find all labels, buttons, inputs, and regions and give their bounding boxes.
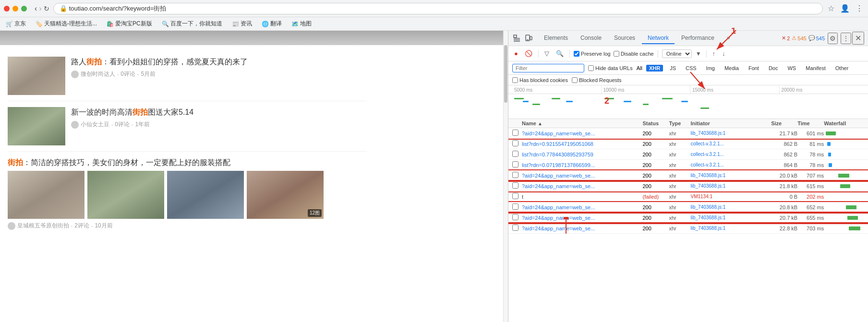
filter-type-xhr[interactable]: XHR — [646, 65, 663, 72]
bookmark-tianmao[interactable]: 🏷️ 天猫精选-理想生活... — [34, 19, 99, 29]
tab-network[interactable]: Network — [642, 33, 675, 44]
cell-size: 20.8 kB — [771, 204, 797, 210]
record-button[interactable]: ● — [512, 49, 520, 58]
row-checkbox[interactable] — [512, 203, 518, 210]
blocked-cookies-checkbox[interactable]: Has blocked cookies — [512, 77, 568, 83]
devtools-more-button[interactable]: ⋮ — [841, 33, 851, 44]
table-row[interactable]: list?rdn=0.071987137866599... 200 xhr co… — [508, 160, 868, 170]
table-row[interactable]: t (failed) xhr VM1134:1 0 B 202 ms — [508, 191, 868, 202]
disable-cache-input[interactable] — [614, 51, 619, 57]
filter-type-manifest[interactable]: Manifest — [803, 65, 829, 72]
filter-type-img[interactable]: Img — [703, 65, 718, 72]
filter-type-ws[interactable]: WS — [784, 65, 799, 72]
zixun-icon: 📰 — [232, 21, 239, 27]
bookmark-baidu[interactable]: 🔍 百度一下，你就知道 — [160, 19, 224, 29]
header-initiator[interactable]: Initiator — [691, 120, 772, 126]
inspect-element-icon[interactable] — [512, 34, 522, 43]
header-time[interactable]: Time — [797, 120, 824, 126]
devtools-close-button[interactable]: ✕ — [852, 32, 864, 45]
filter-type-js[interactable]: JS — [667, 65, 679, 72]
header-status[interactable]: Status — [643, 120, 669, 126]
article-item-1[interactable]: 路人街拍：看到小姐姐们的穿搭，感觉夏天真的来了 微创时尚达人 · 0评论 · 5… — [8, 51, 367, 101]
filter-all-label[interactable]: All — [637, 65, 642, 71]
filter-type-other[interactable]: Other — [832, 65, 852, 72]
filter-type-media[interactable]: Media — [722, 65, 742, 72]
import-button[interactable]: ↑ — [711, 49, 718, 58]
row-checkbox[interactable] — [512, 182, 518, 189]
error-badge: ✕ 2 — [782, 35, 790, 41]
bookmark-fanyi[interactable]: 🌐 翻译 — [260, 19, 284, 29]
row-checkbox[interactable] — [512, 161, 518, 167]
bookmark-aitaobao[interactable]: 🛍️ 爱淘宝PC新版 — [105, 19, 154, 29]
blocked-requests-checkbox[interactable]: Blocked Requests — [572, 77, 622, 83]
row-checkbox[interactable] — [512, 172, 518, 178]
filter-type-font[interactable]: Font — [746, 65, 762, 72]
preserve-log-checkbox[interactable]: Preserve log — [574, 51, 611, 57]
row-checkbox[interactable] — [512, 140, 518, 146]
row-checkbox[interactable] — [512, 193, 518, 199]
table-row[interactable]: list?rdn=0.7784430895293759 200 xhr coll… — [508, 149, 868, 160]
hide-data-urls-input[interactable] — [588, 65, 594, 71]
blocked-cookies-input[interactable] — [512, 77, 518, 83]
jingdong-icon: 🛒 — [6, 21, 13, 27]
table-row[interactable]: ?aid=24&app_name=web_se... 200 xhr lib_7… — [508, 181, 868, 191]
tab-more[interactable]: » — [721, 33, 736, 44]
title-highlight-2: 街拍 — [133, 108, 148, 116]
filter-type-css[interactable]: CSS — [683, 65, 699, 72]
close-btn[interactable] — [4, 6, 10, 12]
reload-button[interactable]: ↻ — [44, 5, 49, 12]
bookmark-star-button[interactable]: ☆ — [827, 3, 835, 14]
row-checkbox[interactable] — [512, 225, 518, 231]
account-button[interactable]: 👤 — [839, 3, 851, 14]
menu-button[interactable]: ⋮ — [855, 3, 864, 14]
grid-meta-dot: · — [71, 223, 72, 229]
blocked-requests-input[interactable] — [572, 77, 578, 83]
cell-type: xhr — [669, 152, 691, 157]
grid-article[interactable]: 街拍：简洁的穿搭技巧，美女们的身材，一定要配上好的服装搭配 12图 皇城根五爷原… — [8, 152, 367, 233]
header-size[interactable]: Size — [771, 120, 797, 126]
table-row[interactable]: ?aid=24&app_name=web_se... 200 xhr lib_7… — [508, 128, 868, 139]
devtools-tab-icons — [512, 34, 533, 43]
scrollbar-thumb[interactable] — [504, 45, 507, 103]
cell-time: 652 ms — [797, 204, 824, 210]
throttle-chevron[interactable]: ▼ — [695, 50, 702, 57]
bookmark-ditu[interactable]: 🗺️ 地图 — [289, 19, 313, 29]
disable-cache-checkbox[interactable]: Disable cache — [614, 51, 654, 57]
table-row[interactable]: ?aid=24&app_name=web_se... 200 xhr lib_7… — [508, 202, 868, 213]
tab-performance[interactable]: Performance — [675, 33, 720, 44]
search-button[interactable]: 🔍 — [554, 49, 566, 58]
filter-type-doc[interactable]: Doc — [766, 65, 781, 72]
table-row[interactable]: list?rdn=0.9215547195051068 200 xhr coll… — [508, 139, 868, 149]
maximize-btn[interactable] — [21, 6, 27, 12]
row-checkbox[interactable] — [512, 130, 518, 136]
header-waterfall[interactable]: Waterfall — [824, 120, 864, 126]
cell-initiator: lib_7403688.js:1 — [691, 183, 772, 189]
cell-status: 200 — [643, 141, 669, 147]
filter-input[interactable] — [512, 64, 584, 72]
tab-elements[interactable]: Elements — [538, 33, 574, 44]
minimize-btn[interactable] — [12, 6, 18, 12]
table-row[interactable]: ?aid=24&app_name=web_se... 200 xhr lib_7… — [508, 170, 868, 181]
article-item-2[interactable]: 新一波的时尚高清街拍图送大家5.14 小仙女土豆 · 0评论 · 1年前 — [8, 101, 367, 152]
header-type[interactable]: Type — [669, 120, 691, 126]
throttle-select[interactable]: Online — [662, 49, 692, 58]
tab-sources[interactable]: Sources — [608, 33, 641, 44]
back-button[interactable]: ‹ — [35, 4, 37, 13]
export-button[interactable]: ↓ — [720, 49, 727, 58]
filter-button[interactable]: ▽ — [542, 49, 551, 58]
header-name[interactable]: Name ▲ — [522, 120, 643, 126]
error-count: 2 — [787, 36, 790, 41]
bookmark-zixun[interactable]: 📰 资讯 — [230, 19, 254, 29]
clear-button[interactable]: 🚫 — [523, 49, 534, 58]
tab-console[interactable]: Console — [575, 33, 607, 44]
row-checkbox[interactable] — [512, 214, 518, 220]
devtools-settings-button[interactable]: ⚙ — [828, 33, 838, 44]
hide-data-urls-checkbox[interactable]: Hide data URLs — [588, 65, 633, 71]
preserve-log-input[interactable] — [574, 51, 579, 57]
row-checkbox[interactable] — [512, 151, 518, 157]
bookmark-jingdong[interactable]: 🛒 京东 — [4, 19, 28, 29]
address-bar[interactable]: 🔒 toutiao.com/search/?keyword=街拍 — [53, 3, 823, 14]
webpage-scrollbar[interactable] — [503, 31, 508, 322]
device-mode-icon[interactable] — [524, 34, 533, 43]
forward-button[interactable]: › — [39, 4, 41, 13]
